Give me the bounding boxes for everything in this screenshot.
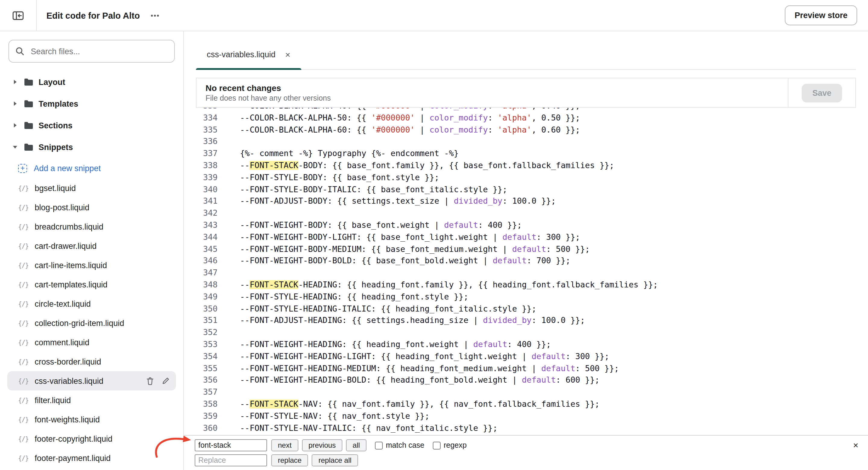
code-line: 348 --FONT-STACK-HEADING: {{ heading_fon… bbox=[192, 279, 868, 291]
file-item-filter-liquid[interactable]: {/}filter.liquid bbox=[7, 390, 176, 410]
file-item-cart-templates-liquid[interactable]: {/}cart-templates.liquid bbox=[7, 275, 176, 294]
code-text: --FONT-WEIGHT-BODY-MEDIUM: {{ base_font_… bbox=[230, 243, 590, 255]
code-text: --COLOR-BLACK-ALPHA-40: {{ '#000000' | c… bbox=[230, 108, 580, 112]
line-number: 337 bbox=[192, 148, 218, 160]
file-item-blog-post-liquid[interactable]: {/}blog-post.liquid bbox=[7, 198, 176, 217]
replace-all-button[interactable]: replace all bbox=[312, 454, 358, 466]
code-text: --FONT-WEIGHT-HEADING-BOLD: {{ heading_f… bbox=[230, 375, 599, 386]
tab-bar: css-variables.liquid × bbox=[196, 31, 856, 70]
file-item-collection-grid-item-liquid[interactable]: {/}collection-grid-item.liquid bbox=[7, 313, 176, 333]
folder-templates[interactable]: Templates bbox=[0, 93, 183, 115]
file-item-circle-text-liquid[interactable]: {/}circle-text.liquid bbox=[7, 294, 176, 313]
save-button[interactable]: Save bbox=[801, 84, 842, 102]
line-number: 359 bbox=[192, 410, 218, 422]
code-line: 347 bbox=[192, 267, 868, 279]
add-snippet-label: Add a new snippet bbox=[34, 164, 101, 173]
delete-file-icon[interactable] bbox=[146, 376, 154, 385]
code-line: 346 --FONT-WEIGHT-BODY-BOLD: {{ base_fon… bbox=[192, 255, 868, 267]
preview-store-button[interactable]: Preview store bbox=[785, 5, 857, 25]
line-number: 353 bbox=[192, 339, 218, 351]
folder-name: Snippets bbox=[38, 143, 73, 152]
search-icon bbox=[15, 46, 25, 56]
code-text: --FONT-WEIGHT-BODY-LIGHT: {{ base_font_l… bbox=[230, 231, 580, 244]
file-item-footer-payment-liquid[interactable]: {/}footer-payment.liquid bbox=[7, 448, 176, 468]
search-files-input[interactable] bbox=[8, 40, 175, 63]
code-line: 359 --FONT-STYLE-NAV: {{ nav_font.style … bbox=[192, 410, 868, 422]
code-text: {%- comment -%} Typography {%- endcommen… bbox=[230, 148, 459, 160]
liquid-file-icon: {/} bbox=[18, 261, 29, 269]
tab-close-icon[interactable]: × bbox=[285, 50, 290, 59]
find-previous-button[interactable]: previous bbox=[302, 439, 342, 451]
regexp-checkbox[interactable] bbox=[433, 441, 441, 449]
top-bar: Edit code for Palo Alto Preview store bbox=[0, 0, 868, 31]
tab-css-variables-liquid[interactable]: css-variables.liquid × bbox=[196, 39, 301, 69]
code-line: 360 --FONT-STYLE-NAV-ITALIC: {{ nav_font… bbox=[192, 422, 868, 434]
file-name: font-weights.liquid bbox=[35, 415, 100, 424]
file-item-cart-line-items-liquid[interactable]: {/}cart-line-items.liquid bbox=[7, 255, 176, 275]
code-line: 353 --FONT-WEIGHT-HEADING: {{ heading_fo… bbox=[192, 339, 868, 351]
folder-icon bbox=[24, 143, 33, 151]
file-item-cross-border-liquid[interactable]: {/}cross-border.liquid bbox=[7, 352, 176, 371]
file-name: comment.liquid bbox=[35, 338, 90, 347]
code-editor-area[interactable]: 333 --COLOR-BLACK-ALPHA-40: {{ '#000000'… bbox=[184, 108, 868, 435]
code-line: 336 bbox=[192, 136, 868, 148]
add-new-snippet-button[interactable]: + Add a new snippet bbox=[0, 158, 183, 178]
liquid-file-icon: {/} bbox=[18, 300, 29, 307]
file-item-css-variables-liquid[interactable]: {/}css-variables.liquid bbox=[7, 371, 176, 390]
collapse-sidebar-button[interactable] bbox=[10, 7, 27, 24]
find-all-button[interactable]: all bbox=[346, 439, 367, 451]
status-subtitle: File does not have any other versions bbox=[206, 94, 788, 102]
folder-sections[interactable]: Sections bbox=[0, 115, 183, 136]
code-line: 351 --FONT-ADJUST-HEADING: {{ settings.h… bbox=[192, 315, 868, 327]
file-item-cart-drawer-liquid[interactable]: {/}cart-drawer.liquid bbox=[7, 236, 176, 255]
folder-icon bbox=[24, 121, 33, 130]
file-item-footer-copyright-liquid[interactable]: {/}footer-copyright.liquid bbox=[7, 429, 176, 448]
file-sidebar: Layout Templates Sections Snippets bbox=[0, 31, 184, 470]
line-number: 352 bbox=[192, 326, 218, 339]
code-text: --FONT-STYLE-HEADING: {{ heading_font.st… bbox=[230, 291, 468, 303]
folder-snippets[interactable]: Snippets bbox=[0, 136, 183, 158]
more-actions-button[interactable] bbox=[147, 7, 163, 23]
code-text: --FONT-ADJUST-HEADING: {{ settings.headi… bbox=[230, 315, 585, 327]
file-list: {/}bgset.liquid{/}blog-post.liquid{/}bre… bbox=[0, 178, 183, 470]
file-item-breadcrumbs-liquid[interactable]: {/}breadcrumbs.liquid bbox=[7, 217, 176, 236]
search-match-highlight: FONT-STACK bbox=[250, 400, 299, 409]
folder-layout[interactable]: Layout bbox=[0, 71, 183, 93]
line-number: 344 bbox=[192, 231, 218, 244]
liquid-file-icon: {/} bbox=[18, 281, 29, 288]
code-text: --FONT-WEIGHT-HEADING-MEDIUM: {{ heading… bbox=[230, 363, 619, 375]
rename-file-icon[interactable] bbox=[161, 377, 170, 385]
line-number: 346 bbox=[192, 255, 218, 267]
line-number: 340 bbox=[192, 184, 218, 195]
code-line: 356 --FONT-WEIGHT-HEADING-BOLD: {{ headi… bbox=[192, 375, 868, 386]
file-item-comment-liquid[interactable]: {/}comment.liquid bbox=[7, 333, 176, 352]
file-item-partial[interactable]: {/} bbox=[7, 468, 176, 470]
folder-icon bbox=[24, 99, 33, 108]
code-text: --FONT-WEIGHT-BODY: {{ base_font.weight … bbox=[230, 219, 522, 231]
code-line: 357 bbox=[192, 386, 868, 398]
find-next-button[interactable]: next bbox=[271, 439, 298, 451]
file-name: cart-line-items.liquid bbox=[35, 261, 107, 270]
file-name: cart-templates.liquid bbox=[35, 280, 107, 289]
code-text: --FONT-WEIGHT-BODY-BOLD: {{ base_font_bo… bbox=[230, 255, 570, 267]
page-title: Edit code for Palo Alto bbox=[46, 10, 140, 20]
code-line: 337 {%- comment -%} Typography {%- endco… bbox=[192, 148, 868, 160]
file-item-bgset-liquid[interactable]: {/}bgset.liquid bbox=[7, 178, 176, 198]
match-case-checkbox[interactable] bbox=[375, 441, 383, 449]
replace-button[interactable]: replace bbox=[271, 454, 308, 466]
chevron-right-icon bbox=[12, 101, 18, 107]
folder-icon bbox=[24, 78, 33, 86]
file-name: cart-drawer.liquid bbox=[35, 241, 97, 250]
file-item-font-weights-liquid[interactable]: {/}font-weights.liquid bbox=[7, 410, 176, 429]
liquid-file-icon: {/} bbox=[18, 358, 29, 365]
liquid-file-icon: {/} bbox=[18, 242, 29, 249]
line-number: 347 bbox=[192, 267, 218, 279]
code-line: 343 --FONT-WEIGHT-BODY: {{ base_font.wei… bbox=[192, 219, 868, 231]
replace-input[interactable] bbox=[195, 454, 267, 466]
line-number: 351 bbox=[192, 315, 218, 327]
find-input[interactable] bbox=[195, 439, 267, 451]
line-number: 350 bbox=[192, 303, 218, 315]
close-find-icon[interactable]: × bbox=[853, 440, 858, 449]
code-text: --FONT-STACK-NAV: {{ nav_font.family }},… bbox=[230, 398, 599, 410]
line-number: 341 bbox=[192, 195, 218, 208]
